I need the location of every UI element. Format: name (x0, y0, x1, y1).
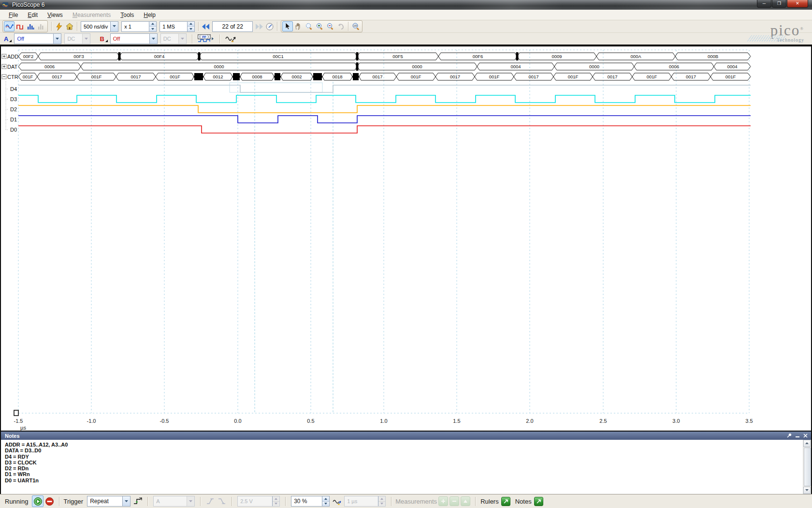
close-button[interactable]: ✕ (787, 0, 808, 8)
trigger-timing-button[interactable] (331, 495, 343, 507)
channel-a-label: A (4, 35, 12, 43)
spinner-arrows[interactable] (322, 496, 329, 506)
buffer-overview-button[interactable] (264, 21, 275, 31)
notes-panel-header[interactable]: Notes (0, 432, 812, 440)
minimize-panel-icon[interactable] (795, 433, 800, 438)
chevron-down-icon[interactable] (53, 34, 61, 44)
home-settings-button[interactable] (64, 21, 75, 31)
zoom-in-button[interactable] (314, 21, 325, 31)
persistence-view-button[interactable] (14, 21, 25, 31)
channel-tree-lines (6, 81, 9, 131)
notes-panel-title: Notes (5, 433, 20, 439)
signal-generator-button[interactable] (224, 34, 238, 44)
close-panel-icon[interactable] (803, 433, 808, 438)
notes-scrollbar[interactable] (803, 440, 811, 494)
scope-view-button[interactable] (4, 21, 14, 31)
spectrum-gray-icon (38, 23, 45, 30)
spinner-arrows[interactable] (187, 22, 194, 31)
maximize-button[interactable]: ❐ (772, 0, 786, 8)
note-line: D1 = WRn (5, 471, 811, 477)
svg-text:00F6: 00F6 (473, 54, 483, 59)
trigger-mode-select[interactable]: Repeat (87, 496, 130, 507)
falling-edge-button-disabled (216, 495, 228, 507)
zoom-100-button[interactable]: 100 (350, 21, 361, 31)
digital-inputs-button[interactable]: FF (196, 34, 216, 44)
note-line: DATA = D3..D0 (5, 448, 811, 453)
trigger-source-select-disabled: A (153, 496, 195, 507)
persistence-icon (16, 23, 24, 30)
zoom-select-icon (305, 23, 313, 30)
channel-b-range-select[interactable]: Off (110, 33, 158, 44)
spectrum-view-button[interactable] (25, 21, 36, 31)
notes-text-area[interactable]: ADDR = A15..A12, A3..A0 DATA = D3..D0 D4… (0, 440, 812, 494)
prev-buffer-button[interactable] (201, 21, 211, 31)
auto-setup-button[interactable] (54, 21, 64, 31)
chevron-down-icon[interactable] (110, 22, 118, 31)
arrow-up-icon (536, 499, 541, 504)
spinner-arrows[interactable] (149, 22, 156, 31)
scrollbar-thumb[interactable] (804, 448, 811, 486)
main-toolbar: 500 ns/div x 1 1 MS 22 of 22 (0, 20, 812, 33)
next-buffer-button-disabled (254, 21, 264, 31)
bus-row-DATA: DAT0006000000000004000000060004 (2, 62, 751, 71)
svg-text:0017: 0017 (528, 74, 538, 79)
timebase-select[interactable]: 500 ns/div (81, 21, 118, 32)
minus-icon (452, 499, 457, 504)
menu-help[interactable]: Help (139, 11, 160, 19)
channel-b-options-arrow[interactable] (105, 40, 108, 42)
start-capture-button[interactable] (32, 495, 44, 507)
svg-text:0004: 0004 (727, 64, 737, 69)
notes-toggle-button[interactable] (534, 497, 543, 506)
pico-technology-logo: pico® Technology (751, 22, 804, 45)
digital-trace-D0: D0 (10, 126, 751, 133)
svg-text:1.5: 1.5 (453, 418, 460, 424)
pin-icon[interactable] (786, 433, 792, 438)
rulers-toggle-button[interactable] (501, 497, 510, 506)
trigger-marker[interactable] (14, 410, 18, 416)
scroll-down-arrow[interactable] (803, 487, 811, 494)
trigger-edge-icon (133, 497, 142, 505)
notes-label: Notes (515, 498, 532, 505)
capture-state-label: Running (5, 498, 28, 505)
title-bar[interactable]: PicoScope 6 ─ ❐ ✕ (0, 0, 812, 10)
svg-text:001F: 001F (489, 74, 500, 79)
measurements-label-disabled: Measurements (395, 498, 437, 505)
scroll-up-arrow[interactable] (803, 440, 811, 447)
time-rulers[interactable] (255, 82, 333, 413)
svg-text:001F: 001F (23, 74, 33, 79)
zoom-out-button[interactable] (325, 21, 335, 31)
digital-trace-D4: D4 (10, 85, 751, 92)
waveform-view[interactable]: -1.5-1.0-0.50.00.51.01.52.02.53.03.5µsAD… (0, 45, 812, 432)
hand-pan-button[interactable] (293, 21, 304, 31)
advanced-trigger-button[interactable] (132, 495, 144, 507)
channel-a-range-select[interactable]: Off (14, 33, 61, 44)
bus-row-CTRL: CTR001F0017001F0017001F00120008000200180… (2, 73, 751, 80)
trigger-source-value: A (154, 498, 187, 504)
svg-text:00F3: 00F3 (73, 54, 84, 59)
svg-text:-1.5: -1.5 (14, 418, 23, 424)
logic-analyzer-canvas[interactable]: -1.5-1.0-0.50.00.51.01.52.02.53.03.5µsAD… (1, 46, 811, 431)
menu-views[interactable]: Views (43, 11, 68, 19)
chevron-down-icon[interactable] (122, 496, 130, 506)
menu-edit[interactable]: Edit (23, 11, 43, 19)
svg-text:D1: D1 (10, 117, 17, 122)
channel-b-label: B (100, 35, 107, 43)
digital-trace-D1: D1 (10, 116, 751, 123)
normal-cursor-button[interactable] (282, 21, 293, 31)
svg-text:1.0: 1.0 (380, 418, 387, 424)
zoom-factor-spinner[interactable]: x 1 (121, 21, 157, 32)
channel-a-options-arrow[interactable] (9, 40, 12, 42)
minimize-button[interactable]: ─ (757, 0, 771, 8)
menu-tools[interactable]: Tools (116, 11, 139, 19)
channel-a-coupling-value: DC (65, 36, 82, 42)
buffer-page-indicator[interactable]: 22 of 22 (212, 21, 253, 32)
stop-capture-button[interactable] (44, 495, 55, 507)
pretrigger-percent-spinner[interactable]: 30 % (291, 496, 330, 507)
menu-file[interactable]: File (4, 11, 23, 19)
digital-channels-icon: FF (198, 34, 214, 43)
autotrigger-interval-value: 1 µs (345, 498, 378, 504)
chevron-down-icon[interactable] (149, 34, 157, 44)
note-line: D4 = RDY (5, 454, 811, 460)
marquee-zoom-button[interactable] (304, 21, 314, 31)
sample-count-spinner[interactable]: 1 MS (160, 21, 195, 32)
